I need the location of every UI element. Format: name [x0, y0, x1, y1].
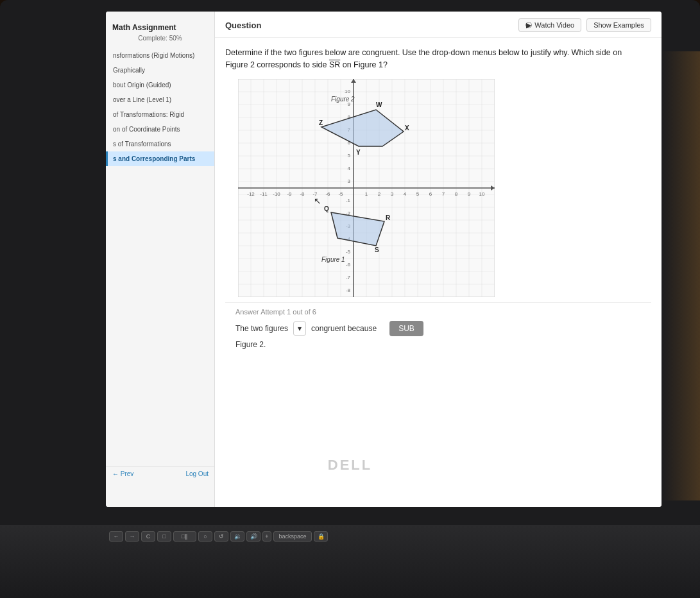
svg-text:X: X: [405, 124, 409, 132]
svg-text:-6: -6: [325, 191, 330, 197]
svg-text:Z: Z: [319, 119, 323, 126]
sidebar-bottom: ← Prev Log Out: [106, 466, 215, 481]
key-o[interactable]: ○: [198, 531, 212, 542]
question-text: Determine if the two figures below are c…: [225, 47, 636, 71]
sidebar-item-2[interactable]: bout Origin (Guided): [106, 78, 214, 92]
svg-text:-5: -5: [346, 249, 351, 255]
main-content: Question ▶ Watch Video Show Examples Det…: [215, 12, 662, 507]
answer-row: The two figures ▾ congruent because SUB: [235, 321, 641, 336]
key-arrow-right[interactable]: →: [125, 531, 139, 542]
coordinate-graph: -12 -11 -10 -9 -8 -7 -6 -5 1 2 3 4: [238, 79, 495, 297]
key-arrow-left[interactable]: ←: [109, 531, 123, 542]
key-square[interactable]: □: [157, 531, 171, 542]
question-label: Question: [225, 21, 261, 30]
logout-button[interactable]: Log Out: [185, 470, 209, 477]
key-vol-up[interactable]: 🔊: [246, 531, 260, 542]
sidebar-item-4[interactable]: of Transformations: Rigid: [106, 107, 214, 122]
show-examples-button[interactable]: Show Examples: [586, 18, 651, 32]
sidebar-item-3[interactable]: over a Line (Level 1): [106, 92, 214, 107]
svg-text:Q: Q: [324, 205, 329, 212]
side-label: SR: [329, 60, 340, 69]
key-backspace[interactable]: backspace: [273, 531, 312, 542]
svg-text:7: 7: [442, 191, 445, 197]
svg-text:-9: -9: [287, 191, 292, 197]
svg-text:5: 5: [416, 191, 420, 197]
laptop-bezel: Math Assignment Complete: 50% nsformatio…: [0, 0, 700, 526]
sidebar-progress: Complete: 50%: [106, 35, 214, 48]
svg-text:10: 10: [479, 191, 485, 197]
svg-text:8: 8: [455, 191, 458, 197]
svg-text:R: R: [386, 214, 391, 221]
play-icon: ▶: [525, 22, 532, 28]
svg-text:W: W: [376, 101, 382, 108]
svg-text:3: 3: [391, 191, 394, 197]
question-body: Determine if the two figures below are c…: [215, 38, 662, 361]
svg-text:-1: -1: [346, 198, 351, 203]
key-vol-down[interactable]: 🔉: [230, 531, 244, 542]
answer-dropdown-1[interactable]: ▾: [293, 321, 306, 336]
svg-text:4: 4: [404, 191, 407, 197]
svg-text:-5: -5: [338, 191, 343, 197]
svg-text:Figure 2: Figure 2: [331, 96, 355, 103]
svg-text:Y: Y: [356, 149, 361, 156]
watch-video-button[interactable]: ▶ Watch Video: [518, 18, 581, 32]
sidebar-item-6[interactable]: s of Transformations: [106, 137, 214, 151]
prev-button[interactable]: ← Prev: [112, 470, 133, 477]
svg-text:-6: -6: [346, 262, 351, 268]
svg-text:2: 2: [378, 191, 381, 197]
svg-text:-10: -10: [273, 191, 280, 197]
key-space[interactable]: □‖: [173, 531, 196, 542]
laptop-keyboard: ← → C □ □‖ ○ ↺ 🔉 🔊 + backspace 🔒: [0, 525, 700, 598]
svg-text:5: 5: [348, 153, 351, 158]
sidebar-item-7[interactable]: s and Corresponding Parts: [106, 151, 214, 166]
question-header: Question ▶ Watch Video Show Examples: [215, 12, 662, 38]
svg-text:6: 6: [429, 191, 432, 197]
svg-text:-7: -7: [346, 275, 351, 280]
answer-suffix: Figure 2.: [235, 340, 641, 349]
svg-text:-11: -11: [260, 191, 268, 197]
submit-button[interactable]: SUB: [389, 321, 423, 336]
question-text-part1: Determine if the two figures below are c…: [225, 48, 622, 69]
key-reload[interactable]: ↺: [214, 531, 228, 542]
laptop-screen: Math Assignment Complete: 50% nsformatio…: [106, 12, 662, 507]
answer-prefix: The two figures: [235, 324, 288, 333]
header-buttons: ▶ Watch Video Show Examples: [518, 18, 651, 32]
svg-text:4: 4: [348, 166, 351, 171]
sidebar: Math Assignment Complete: 50% nsformatio…: [106, 12, 215, 507]
svg-text:-12: -12: [247, 191, 255, 197]
key-lock[interactable]: 🔒: [314, 531, 328, 542]
graph-container: -12 -11 -10 -9 -8 -7 -6 -5 1 2 3 4: [238, 79, 495, 297]
dell-logo: DELL: [328, 457, 372, 474]
answer-section: Answer Attempt 1 out of 6 The two figure…: [225, 302, 651, 354]
svg-text:-8: -8: [300, 191, 305, 197]
svg-text:↖: ↖: [314, 196, 321, 206]
key-plus[interactable]: +: [262, 531, 271, 542]
sidebar-item-0[interactable]: nsformations (Rigid Motions): [106, 48, 214, 63]
svg-text:S: S: [375, 246, 379, 253]
svg-text:-8: -8: [346, 287, 351, 293]
svg-text:1: 1: [365, 191, 368, 197]
svg-text:10: 10: [345, 89, 350, 94]
sidebar-title: Math Assignment: [106, 18, 214, 35]
question-text-part2: on Figure 1?: [340, 60, 388, 69]
attempt-label: Answer Attempt 1 out of 6: [235, 308, 641, 316]
sidebar-item-1[interactable]: Graphically: [106, 63, 214, 78]
sidebar-item-5[interactable]: on of Coordinate Points: [106, 122, 214, 137]
svg-text:3: 3: [348, 178, 351, 184]
key-c[interactable]: C: [141, 531, 155, 542]
answer-middle: congruent because: [311, 324, 377, 333]
svg-text:Figure 1: Figure 1: [321, 256, 345, 263]
svg-text:9: 9: [468, 191, 471, 197]
